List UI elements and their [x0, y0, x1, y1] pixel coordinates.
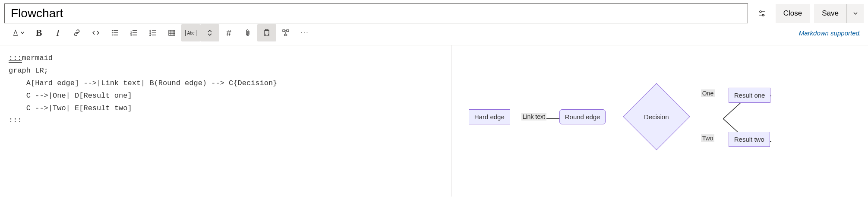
- flowchart-button[interactable]: [276, 24, 295, 41]
- collapse-expand-button[interactable]: [200, 24, 219, 41]
- node-decision: Decision: [633, 93, 680, 140]
- content-split: :::mermaid graph LR; A[Hard edge] -->|Li…: [0, 45, 868, 197]
- node-result-one: Result one: [729, 88, 771, 103]
- more-options-button[interactable]: ···: [295, 24, 314, 41]
- svg-point-5: [112, 30, 113, 31]
- svg-rect-14: [133, 32, 137, 33]
- node-result-two: Result two: [729, 132, 770, 147]
- node-round-edge: Round edge: [559, 109, 606, 124]
- edge-label-link-text: Link text: [521, 113, 546, 121]
- svg-rect-12: [133, 30, 137, 31]
- svg-point-9: [112, 35, 113, 35]
- attachment-button[interactable]: [238, 24, 257, 41]
- link-button[interactable]: [67, 24, 86, 41]
- numbered-list-button[interactable]: 123: [124, 24, 143, 41]
- paste-html-button[interactable]: [257, 24, 276, 41]
- close-button[interactable]: Close: [776, 4, 810, 23]
- work-item-settings-icon[interactable]: [752, 4, 771, 23]
- node-hard-edge: Hard edge: [469, 109, 510, 124]
- svg-rect-6: [114, 30, 118, 31]
- svg-rect-29: [285, 34, 287, 36]
- table-button[interactable]: [162, 24, 181, 41]
- font-color-button[interactable]: [7, 24, 29, 41]
- svg-rect-20: [169, 30, 175, 35]
- svg-rect-10: [114, 35, 118, 35]
- markdown-editor[interactable]: :::mermaid graph LR; A[Hard edge] -->|Li…: [0, 45, 451, 197]
- svg-text:3: 3: [130, 34, 132, 36]
- formatting-toolbar: B I 123 Abc # ··· Markdown supported.: [0, 23, 868, 45]
- checklist-button[interactable]: [143, 24, 162, 41]
- preview-pane: Hard edge Link text Round edge Decision …: [451, 45, 868, 197]
- svg-rect-8: [114, 32, 118, 33]
- svg-point-7: [112, 32, 113, 33]
- edge-label-two: Two: [701, 134, 715, 142]
- svg-rect-16: [133, 35, 137, 35]
- save-dropdown-chevron[interactable]: [846, 4, 864, 23]
- mention-button[interactable]: #: [219, 24, 238, 41]
- bulleted-list-button[interactable]: [105, 24, 124, 41]
- svg-point-3: [762, 14, 764, 16]
- abc-button[interactable]: Abc: [181, 24, 200, 41]
- italic-button[interactable]: I: [48, 24, 67, 41]
- save-button-group: Save: [814, 4, 864, 23]
- header-row: Close Save: [0, 0, 868, 23]
- svg-rect-27: [283, 30, 285, 32]
- edge-label-one: One: [701, 89, 715, 97]
- save-button[interactable]: Save: [814, 4, 846, 23]
- svg-rect-28: [287, 30, 289, 32]
- markdown-supported-link[interactable]: Markdown supported.: [799, 29, 861, 37]
- title-input[interactable]: [4, 3, 748, 23]
- svg-point-1: [760, 11, 761, 13]
- code-button[interactable]: [86, 24, 105, 41]
- mermaid-diagram: Hard edge Link text Round edge Decision …: [460, 54, 859, 188]
- bold-button[interactable]: B: [29, 24, 48, 41]
